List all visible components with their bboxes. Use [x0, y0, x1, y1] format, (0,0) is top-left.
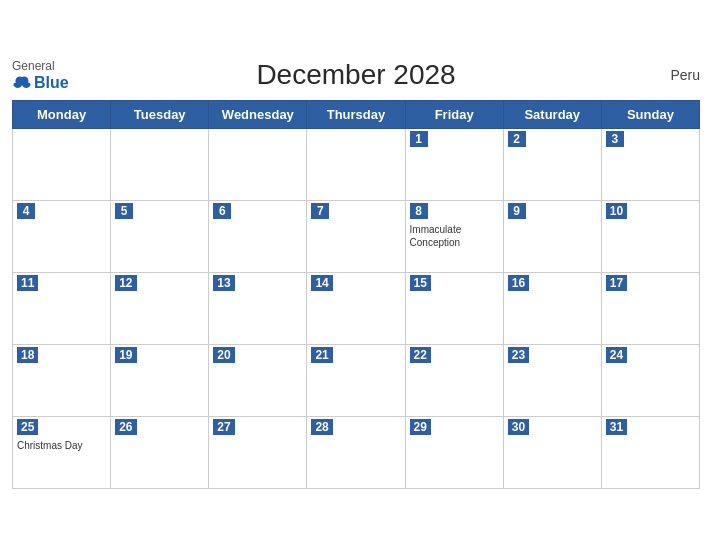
calendar-grid: MondayTuesdayWednesdayThursdayFridaySatu…: [12, 100, 700, 489]
calendar-cell: 11: [13, 273, 111, 345]
calendar-cell: [13, 129, 111, 201]
day-number: 25: [17, 419, 38, 435]
day-number: 11: [17, 275, 38, 291]
calendar-week-5: 25Christmas Day262728293031: [13, 417, 700, 489]
calendar-cell: 12: [111, 273, 209, 345]
calendar-cell: 21: [307, 345, 405, 417]
calendar-cell: [307, 129, 405, 201]
weekday-header-sunday: Sunday: [601, 101, 699, 129]
calendar-cell: 26: [111, 417, 209, 489]
weekday-header-thursday: Thursday: [307, 101, 405, 129]
day-number: 30: [508, 419, 529, 435]
holiday-text: Christmas Day: [17, 439, 106, 452]
logo-blue-area: Blue: [12, 73, 69, 92]
calendar-cell: 23: [503, 345, 601, 417]
day-number: 29: [410, 419, 431, 435]
calendar-cell: 19: [111, 345, 209, 417]
calendar-cell: 15: [405, 273, 503, 345]
day-number: 18: [17, 347, 38, 363]
calendar-cell: 27: [209, 417, 307, 489]
day-number: 14: [311, 275, 332, 291]
day-number: 22: [410, 347, 431, 363]
day-number: 9: [508, 203, 526, 219]
calendar-cell: 16: [503, 273, 601, 345]
weekday-header-friday: Friday: [405, 101, 503, 129]
weekday-header-row: MondayTuesdayWednesdayThursdayFridaySatu…: [13, 101, 700, 129]
day-number: 13: [213, 275, 234, 291]
calendar-cell: 30: [503, 417, 601, 489]
day-number: 23: [508, 347, 529, 363]
day-number: 16: [508, 275, 529, 291]
calendar-cell: 25Christmas Day: [13, 417, 111, 489]
calendar-cell: 22: [405, 345, 503, 417]
day-number: 20: [213, 347, 234, 363]
day-number: 12: [115, 275, 136, 291]
calendar-week-3: 11121314151617: [13, 273, 700, 345]
day-number: 1: [410, 131, 428, 147]
calendar-cell: [209, 129, 307, 201]
weekday-header-saturday: Saturday: [503, 101, 601, 129]
day-number: 8: [410, 203, 428, 219]
calendar-cell: 1: [405, 129, 503, 201]
country-label: Peru: [610, 67, 700, 83]
day-number: 24: [606, 347, 627, 363]
calendar-cell: 5: [111, 201, 209, 273]
calendar-cell: 17: [601, 273, 699, 345]
day-number: 17: [606, 275, 627, 291]
calendar-cell: 29: [405, 417, 503, 489]
calendar-cell: 8Immaculate Conception: [405, 201, 503, 273]
calendar-week-1: 123: [13, 129, 700, 201]
calendar-cell: 28: [307, 417, 405, 489]
day-number: 15: [410, 275, 431, 291]
day-number: 4: [17, 203, 35, 219]
day-number: 7: [311, 203, 329, 219]
day-number: 6: [213, 203, 231, 219]
calendar-cell: 7: [307, 201, 405, 273]
calendar-week-4: 18192021222324: [13, 345, 700, 417]
calendar-cell: 24: [601, 345, 699, 417]
calendar-cell: 31: [601, 417, 699, 489]
calendar-cell: 14: [307, 273, 405, 345]
calendar-cell: 10: [601, 201, 699, 273]
calendar-cell: 2: [503, 129, 601, 201]
day-number: 3: [606, 131, 624, 147]
day-number: 26: [115, 419, 136, 435]
weekday-header-tuesday: Tuesday: [111, 101, 209, 129]
calendar-wrapper: General Blue December 2028 Peru MondayTu…: [0, 49, 712, 502]
calendar-cell: 6: [209, 201, 307, 273]
day-number: 5: [115, 203, 133, 219]
day-number: 21: [311, 347, 332, 363]
calendar-cell: 20: [209, 345, 307, 417]
holiday-text: Immaculate Conception: [410, 223, 499, 249]
day-number: 28: [311, 419, 332, 435]
day-number: 10: [606, 203, 627, 219]
calendar-header: General Blue December 2028 Peru: [12, 59, 700, 93]
calendar-cell: 13: [209, 273, 307, 345]
logo-area: General Blue: [12, 59, 102, 93]
day-number: 19: [115, 347, 136, 363]
calendar-cell: 9: [503, 201, 601, 273]
calendar-week-2: 45678Immaculate Conception910: [13, 201, 700, 273]
weekday-header-monday: Monday: [13, 101, 111, 129]
day-number: 27: [213, 419, 234, 435]
calendar-cell: 18: [13, 345, 111, 417]
day-number: 31: [606, 419, 627, 435]
logo-general-text: General: [12, 59, 55, 73]
logo-bird-icon: [12, 75, 32, 91]
day-number: 2: [508, 131, 526, 147]
calendar-cell: [111, 129, 209, 201]
calendar-cell: 4: [13, 201, 111, 273]
calendar-title: December 2028: [102, 59, 610, 91]
calendar-cell: 3: [601, 129, 699, 201]
weekday-header-wednesday: Wednesday: [209, 101, 307, 129]
